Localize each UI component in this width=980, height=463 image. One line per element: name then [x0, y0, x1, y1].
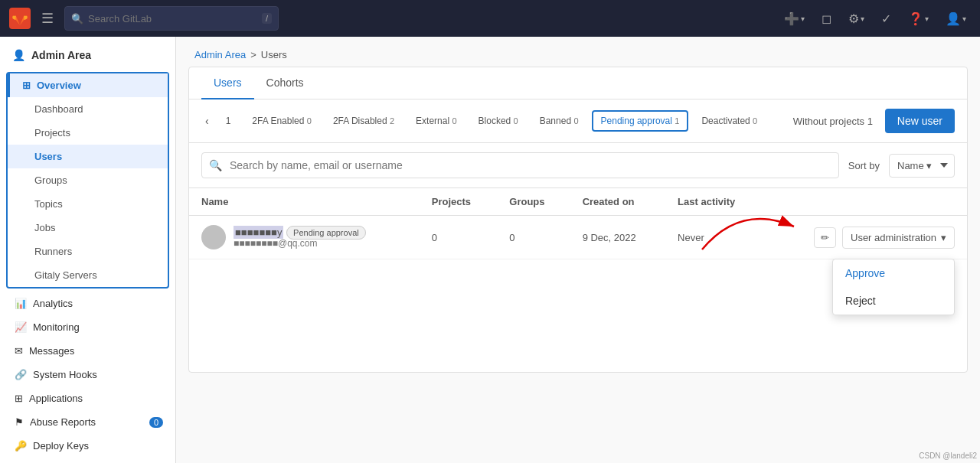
- analytics-label: Analytics: [33, 298, 73, 309]
- breadcrumb: Admin Area > Users: [176, 37, 980, 67]
- admin-area-icon: 👤: [12, 49, 25, 61]
- edit-icon: ✏: [821, 232, 829, 243]
- messages-label: Messages: [29, 345, 74, 357]
- col-groups: Groups: [497, 188, 570, 216]
- admin-area-header: 👤 Admin Area: [0, 37, 175, 69]
- abuse-reports-label: Abuse Reports: [30, 416, 96, 428]
- sidebar-item-users[interactable]: Users: [8, 145, 168, 168]
- gitaly-servers-label: Gitaly Servers: [34, 269, 97, 281]
- filter-all-count[interactable]: 1: [217, 111, 240, 131]
- col-created-on: Created on: [570, 188, 665, 216]
- sidebar-item-deploy-keys[interactable]: 🔑 Deploy Keys: [0, 434, 175, 458]
- sidebar-item-dashboard[interactable]: Dashboard: [8, 97, 168, 121]
- todos-icon[interactable]: ✓: [877, 8, 896, 29]
- avatar: [201, 225, 226, 249]
- sidebar-item-groups[interactable]: Groups: [8, 168, 168, 192]
- monitoring-label: Monitoring: [33, 321, 80, 333]
- filter-blocked[interactable]: Blocked 0: [470, 111, 527, 131]
- chevron-down-icon: ▾: [941, 232, 946, 243]
- filter-deactivated[interactable]: Deactivated 0: [693, 111, 766, 131]
- sidebar-item-overview[interactable]: ⊞ Overview: [8, 73, 168, 97]
- breadcrumb-admin-link[interactable]: Admin Area: [194, 49, 246, 60]
- col-name: Name: [189, 188, 420, 216]
- sidebar-item-labels[interactable]: 🏷 Labels: [0, 458, 175, 463]
- filter-pending-approval[interactable]: Pending approval 1: [592, 110, 689, 132]
- monitoring-icon: 📈: [15, 321, 27, 333]
- search-icon: 🔍: [71, 13, 83, 24]
- user-search-input[interactable]: [201, 152, 839, 178]
- deploy-keys-icon: 🔑: [15, 440, 27, 452]
- tab-users[interactable]: Users: [201, 67, 254, 99]
- users-label: Users: [34, 151, 62, 162]
- sidebar-item-messages[interactable]: ✉ Messages: [0, 339, 175, 363]
- global-search-bar[interactable]: 🔍 /: [64, 6, 279, 31]
- dashboard-label: Dashboard: [34, 103, 83, 115]
- help-icon[interactable]: ❓ ▾: [903, 8, 933, 29]
- user-admin-dropdown-menu: Approve Reject: [832, 259, 955, 315]
- overview-label: Overview: [37, 80, 81, 91]
- abuse-reports-icon: ⚑: [15, 416, 24, 428]
- user-projects-count: 0: [420, 216, 498, 259]
- dropdown-item-reject[interactable]: Reject: [833, 287, 954, 315]
- filter-external[interactable]: External 0: [407, 111, 465, 131]
- groups-label: Groups: [34, 174, 67, 186]
- whats-new-icon[interactable]: ◻: [817, 8, 836, 29]
- filter-2fa-enabled[interactable]: 2FA Enabled 0: [243, 111, 320, 131]
- sort-select[interactable]: Name ▾: [889, 154, 955, 178]
- without-projects-button[interactable]: Without projects 1: [786, 112, 880, 131]
- runners-label: Runners: [34, 246, 72, 257]
- user-admin-label: User administration: [851, 232, 936, 243]
- tab-cohorts[interactable]: Cohorts: [254, 67, 316, 99]
- system-hooks-label: System Hooks: [33, 369, 97, 380]
- sidebar-item-topics[interactable]: Topics: [8, 192, 168, 216]
- user-avatar[interactable]: 👤 ▾: [941, 8, 971, 29]
- filter-2fa-disabled[interactable]: 2FA Disabled 2: [325, 111, 403, 131]
- abuse-reports-badge: 0: [149, 417, 163, 428]
- sort-label: Sort by: [848, 160, 880, 171]
- overview-section-box: ⊞ Overview Dashboard Projects Users Grou…: [6, 72, 169, 289]
- sidebar-item-gitaly-servers[interactable]: Gitaly Servers: [8, 263, 168, 287]
- jobs-label: Jobs: [34, 222, 55, 233]
- table-row: ■■■■■■■y Pending approval ■■■■■■■■@qq.co…: [189, 216, 967, 259]
- action-cell: ✏ User administration ▾ Approve Reject: [778, 227, 955, 249]
- applications-label: Applications: [29, 393, 83, 404]
- deploy-keys-label: Deploy Keys: [33, 440, 89, 452]
- sidebar-item-applications[interactable]: ⊞ Applications: [0, 386, 175, 410]
- users-table: Name Projects Groups Created on Last act…: [189, 188, 967, 259]
- user-created-on: 9 Dec, 2022: [570, 216, 665, 259]
- user-administration-dropdown[interactable]: User administration ▾: [842, 227, 955, 249]
- user-groups-count: 0: [497, 216, 570, 259]
- sidebar-item-projects[interactable]: Projects: [8, 121, 168, 145]
- projects-label: Projects: [34, 127, 70, 139]
- filter-prev-nav[interactable]: ‹: [201, 111, 213, 131]
- overview-icon: ⊞: [22, 80, 31, 91]
- new-user-button[interactable]: New user: [885, 109, 955, 133]
- messages-icon: ✉: [15, 345, 23, 357]
- watermark: CSDN @landeli2: [919, 452, 977, 460]
- sidebar-item-monitoring[interactable]: 📈 Monitoring: [0, 315, 175, 339]
- top-navigation: ☰ 🔍 / ➕ ▾ ◻ ⚙ ▾ ✓ ❓ ▾ 👤 ▾: [0, 0, 980, 37]
- main-tabs: Users Cohorts: [189, 67, 967, 99]
- system-hooks-icon: 🔗: [15, 369, 27, 380]
- create-new-button[interactable]: ➕ ▾: [779, 8, 809, 29]
- breadcrumb-current: Users: [261, 49, 287, 60]
- user-name-text[interactable]: ■■■■■■■y: [234, 226, 283, 239]
- search-wrap: 🔍: [201, 152, 839, 178]
- col-actions: [766, 188, 967, 216]
- search-input[interactable]: [88, 13, 257, 24]
- hamburger-menu[interactable]: ☰: [38, 7, 57, 30]
- merge-requests-icon[interactable]: ⚙ ▾: [844, 8, 869, 29]
- sidebar-item-analytics[interactable]: 📊 Analytics: [0, 292, 175, 315]
- sidebar-item-jobs[interactable]: Jobs: [8, 216, 168, 240]
- breadcrumb-separator: >: [250, 49, 256, 60]
- filter-banned[interactable]: Banned 0: [531, 111, 587, 131]
- dropdown-item-approve[interactable]: Approve: [833, 259, 954, 287]
- user-name: ■■■■■■■y Pending approval: [234, 227, 366, 238]
- edit-user-button[interactable]: ✏: [814, 227, 836, 248]
- sidebar-item-runners[interactable]: Runners: [8, 240, 168, 263]
- admin-area-label: Admin Area: [31, 49, 91, 61]
- sidebar-item-abuse-reports[interactable]: ⚑ Abuse Reports 0: [0, 410, 175, 434]
- col-projects: Projects: [420, 188, 498, 216]
- user-name-info: ■■■■■■■y Pending approval ■■■■■■■■@qq.co…: [234, 227, 366, 249]
- sidebar-item-system-hooks[interactable]: 🔗 System Hooks: [0, 363, 175, 386]
